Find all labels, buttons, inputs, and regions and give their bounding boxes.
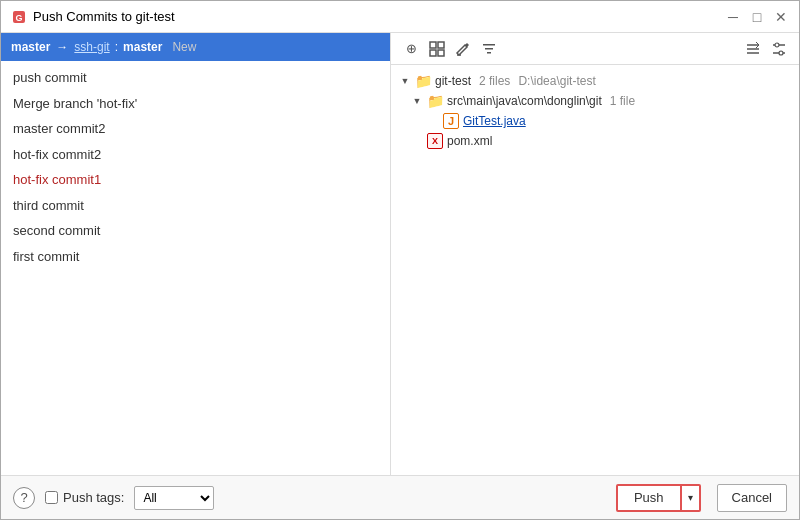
new-badge: New (172, 40, 196, 54)
file-tree: ▼ 📁 git-test 2 files D:\idea\git-test ▼ … (391, 65, 799, 475)
sort-icon (745, 41, 761, 57)
commit-list-item[interactable]: first commit (1, 244, 390, 270)
push-button[interactable]: Push (616, 484, 681, 512)
branch-arrow: → (56, 40, 68, 54)
main-window: G Push Commits to git-test ─ □ ✕ master … (0, 0, 800, 520)
edit-icon (455, 41, 471, 57)
commit-list-item[interactable]: hot-fix commit1 (1, 167, 390, 193)
toolbar-left: ⊕ (399, 37, 501, 61)
tree-root-item[interactable]: ▼ 📁 git-test 2 files D:\idea\git-test (391, 71, 799, 91)
svg-rect-9 (487, 52, 491, 54)
svg-rect-5 (438, 50, 444, 56)
svg-rect-7 (483, 44, 495, 46)
title-bar-controls: ─ □ ✕ (725, 9, 789, 25)
layout-button[interactable] (425, 37, 449, 61)
expand-all-button[interactable]: ⊕ (399, 37, 423, 61)
layout-icon (429, 41, 445, 57)
push-button-group: Push ▾ (616, 484, 701, 512)
push-tags-checkbox[interactable] (45, 491, 58, 504)
remote-branch-label: master (123, 40, 162, 54)
commit-list: push commitMerge branch 'hot-fix'master … (1, 61, 390, 475)
svg-rect-4 (430, 50, 436, 56)
bottom-bar: ? Push tags: All Push ▾ Cancel (1, 475, 799, 519)
filter-button[interactable] (477, 37, 501, 61)
src-folder-name: src\main\java\com\donglin\git (447, 94, 602, 108)
commit-list-item[interactable]: push commit (1, 65, 390, 91)
window-icon: G (11, 9, 27, 25)
svg-text:G: G (15, 13, 22, 23)
filter-icon (481, 41, 497, 57)
root-name: git-test (435, 74, 471, 88)
xml-file-icon: X (427, 133, 443, 149)
src-expand-icon[interactable]: ▼ (411, 95, 423, 107)
svg-point-14 (775, 43, 779, 47)
gittest-java-item[interactable]: J GitTest.java (391, 111, 799, 131)
branch-separator: : (115, 40, 118, 54)
title-bar: G Push Commits to git-test ─ □ ✕ (1, 1, 799, 33)
edit-button[interactable] (451, 37, 475, 61)
push-tags-label: Push tags: (45, 490, 124, 505)
commit-list-item[interactable]: Merge branch 'hot-fix' (1, 91, 390, 117)
content-area: master → ssh-git : master New push commi… (1, 33, 799, 475)
close-button[interactable]: ✕ (773, 9, 789, 25)
root-path: D:\idea\git-test (518, 74, 595, 88)
commit-list-item[interactable]: second commit (1, 218, 390, 244)
svg-rect-8 (485, 48, 493, 50)
src-folder-meta: 1 file (610, 94, 635, 108)
xml-expand-placeholder (411, 135, 423, 147)
src-folder-item[interactable]: ▼ 📁 src\main\java\com\donglin\git 1 file (391, 91, 799, 111)
remote-name-label[interactable]: ssh-git (74, 40, 109, 54)
sort-button[interactable] (741, 37, 765, 61)
push-tags-text: Push tags: (63, 490, 124, 505)
root-meta: 2 files (479, 74, 510, 88)
cancel-button[interactable]: Cancel (717, 484, 787, 512)
window-title: Push Commits to git-test (33, 9, 175, 24)
java-file-icon: J (443, 113, 459, 129)
settings-icon (771, 41, 787, 57)
commit-list-item[interactable]: hot-fix commit2 (1, 142, 390, 168)
minimize-button[interactable]: ─ (725, 9, 741, 25)
maximize-button[interactable]: □ (749, 9, 765, 25)
branch-bar: master → ssh-git : master New (1, 33, 390, 61)
src-folder-icon: 📁 (427, 93, 443, 109)
commit-list-item[interactable]: third commit (1, 193, 390, 219)
gittest-java-name[interactable]: GitTest.java (463, 114, 526, 128)
java-expand-placeholder (427, 115, 439, 127)
svg-rect-2 (430, 42, 436, 48)
title-bar-left: G Push Commits to git-test (11, 9, 175, 25)
commit-list-item[interactable]: master commit2 (1, 116, 390, 142)
root-expand-icon[interactable]: ▼ (399, 75, 411, 87)
svg-rect-3 (438, 42, 444, 48)
right-toolbar: ⊕ (391, 33, 799, 65)
svg-point-16 (779, 51, 783, 55)
pom-xml-item[interactable]: X pom.xml (391, 131, 799, 151)
root-folder-icon: 📁 (415, 73, 431, 89)
push-dropdown-button[interactable]: ▾ (681, 484, 701, 512)
help-button[interactable]: ? (13, 487, 35, 509)
toolbar-right (741, 37, 791, 61)
left-panel: master → ssh-git : master New push commi… (1, 33, 391, 475)
right-panel: ⊕ (391, 33, 799, 475)
settings-button[interactable] (767, 37, 791, 61)
pom-xml-name[interactable]: pom.xml (447, 134, 492, 148)
tags-select[interactable]: All (134, 486, 214, 510)
local-branch-label: master (11, 40, 50, 54)
